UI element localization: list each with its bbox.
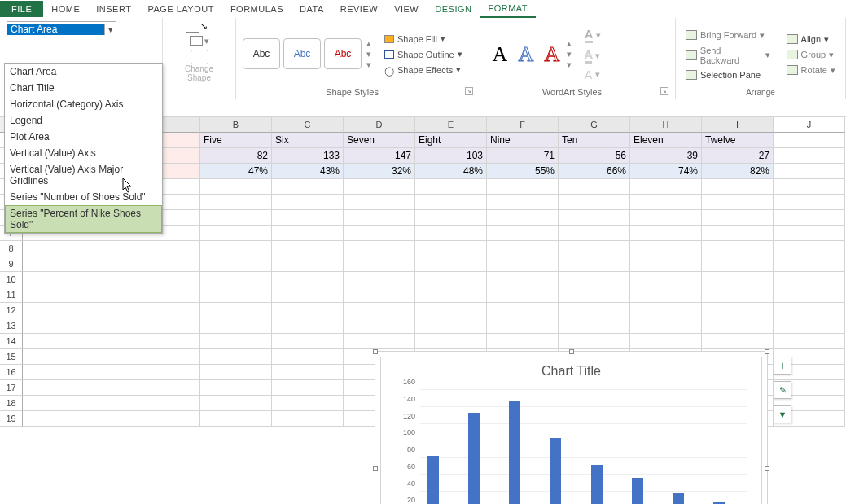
shape-line-icon[interactable]	[186, 21, 199, 33]
text-outline-button[interactable]: A ▾	[581, 46, 604, 65]
y-axis[interactable]: 020406080100120140160	[397, 390, 417, 504]
selection-pane-button[interactable]: Selection Pane	[682, 68, 774, 81]
cell[interactable]	[200, 195, 272, 210]
chart-element-selector[interactable]: Chart Area ▾	[7, 21, 116, 37]
cell[interactable]	[272, 365, 344, 380]
resize-handle-w[interactable]	[373, 466, 378, 471]
cell[interactable]	[702, 272, 774, 287]
cell[interactable]	[200, 287, 272, 303]
cell[interactable]	[200, 303, 272, 318]
chevron-down-icon[interactable]: ▾	[824, 34, 829, 45]
cell[interactable]	[23, 272, 200, 287]
chevron-down-icon[interactable]: ▾	[765, 50, 770, 60]
resize-handle-nw[interactable]	[373, 349, 378, 354]
align-button[interactable]: Align ▾	[783, 33, 839, 46]
cell[interactable]	[487, 195, 559, 210]
col-header-C[interactable]: C	[272, 117, 344, 133]
cell[interactable]	[272, 411, 344, 427]
cell[interactable]	[487, 226, 559, 241]
resize-handle-n[interactable]	[569, 349, 574, 354]
cell[interactable]	[272, 303, 344, 318]
cell[interactable]	[559, 334, 630, 349]
cell[interactable]	[774, 195, 845, 210]
col-header-H[interactable]: H	[630, 117, 702, 133]
bar-series1[interactable]	[427, 456, 439, 504]
bring-forward-button[interactable]: Bring Forward ▾	[682, 28, 774, 42]
cell[interactable]: 147	[344, 148, 415, 164]
chart-title[interactable]: Chart Title	[381, 357, 761, 382]
cell[interactable]	[487, 272, 559, 287]
cell[interactable]: Five	[200, 133, 272, 148]
cell[interactable]	[200, 349, 272, 365]
cell[interactable]	[630, 210, 702, 226]
resize-handle-ne[interactable]	[765, 349, 769, 354]
cell[interactable]	[344, 256, 415, 272]
row-header[interactable]: 13	[0, 318, 23, 334]
bar-group[interactable]	[420, 390, 461, 504]
cell[interactable]	[487, 256, 559, 272]
cell[interactable]	[344, 272, 415, 287]
cell[interactable]: Eight	[415, 133, 487, 148]
tab-insert[interactable]: INSERT	[88, 1, 139, 17]
row-header[interactable]: 15	[0, 349, 23, 365]
row-header[interactable]: 19	[0, 411, 23, 427]
cell[interactable]	[774, 226, 845, 241]
style-gallery-more-icon[interactable]: ▾	[366, 59, 371, 70]
cell[interactable]	[559, 318, 630, 334]
cell[interactable]	[774, 210, 845, 226]
cell[interactable]: 43%	[272, 164, 344, 179]
cell[interactable]	[272, 380, 344, 396]
cell[interactable]	[774, 303, 845, 318]
cell[interactable]	[702, 303, 774, 318]
cell[interactable]: 48%	[415, 164, 487, 179]
cell[interactable]: 71	[487, 148, 559, 164]
cell[interactable]	[23, 380, 200, 396]
cell[interactable]	[272, 195, 344, 210]
cell[interactable]	[415, 272, 487, 287]
cell[interactable]	[272, 210, 344, 226]
col-header-G[interactable]: G	[559, 117, 630, 133]
cell[interactable]	[344, 318, 415, 334]
cell[interactable]	[23, 318, 200, 334]
chart-brush-button[interactable]: ✎	[774, 381, 791, 399]
cell[interactable]	[272, 179, 344, 195]
cell[interactable]	[344, 179, 415, 195]
row-header[interactable]: 10	[0, 272, 23, 287]
row-header[interactable]: 12	[0, 303, 23, 318]
cell[interactable]	[630, 256, 702, 272]
row-header[interactable]: 14	[0, 334, 23, 349]
wordart-gallery-more-icon[interactable]: ▾	[567, 59, 572, 70]
cell[interactable]	[630, 287, 702, 303]
cell[interactable]	[272, 272, 344, 287]
cell[interactable]	[774, 334, 845, 349]
cell[interactable]	[200, 210, 272, 226]
row-header[interactable]: 9	[0, 256, 23, 272]
chevron-down-icon[interactable]: ▾	[456, 64, 461, 75]
cell[interactable]	[702, 334, 774, 349]
chart-element-option[interactable]: Plot Area	[5, 129, 162, 145]
cell[interactable]: 74%	[630, 164, 702, 179]
shape-effects-button[interactable]: ◯Shape Effects ▾	[381, 63, 466, 77]
tab-data[interactable]: DATA	[291, 1, 332, 17]
row-header[interactable]: 16	[0, 365, 23, 380]
cell[interactable]	[23, 349, 200, 365]
style-gallery-down-icon[interactable]: ▾	[366, 49, 371, 59]
cell[interactable]	[272, 334, 344, 349]
cell[interactable]	[774, 287, 845, 303]
cell[interactable]: 55%	[487, 164, 559, 179]
chevron-down-icon[interactable]: ▾	[458, 49, 462, 59]
cell[interactable]	[630, 241, 702, 256]
chart-element-option[interactable]: Vertical (Value) Axis Major Gridlines	[5, 161, 162, 189]
shape-outline-button[interactable]: Shape Outline ▾	[381, 47, 466, 61]
shape-arrow-icon[interactable]: ↘	[200, 21, 213, 33]
bar-series1[interactable]	[468, 413, 480, 504]
cell[interactable]: 66%	[559, 164, 630, 179]
cell[interactable]	[272, 226, 344, 241]
cell[interactable]	[774, 179, 845, 195]
col-header-E[interactable]: E	[415, 117, 487, 133]
cell[interactable]	[200, 272, 272, 287]
cell[interactable]	[415, 318, 487, 334]
wordart-gallery-down-icon[interactable]: ▾	[567, 49, 572, 59]
cell[interactable]	[774, 256, 845, 272]
cell[interactable]	[702, 210, 774, 226]
